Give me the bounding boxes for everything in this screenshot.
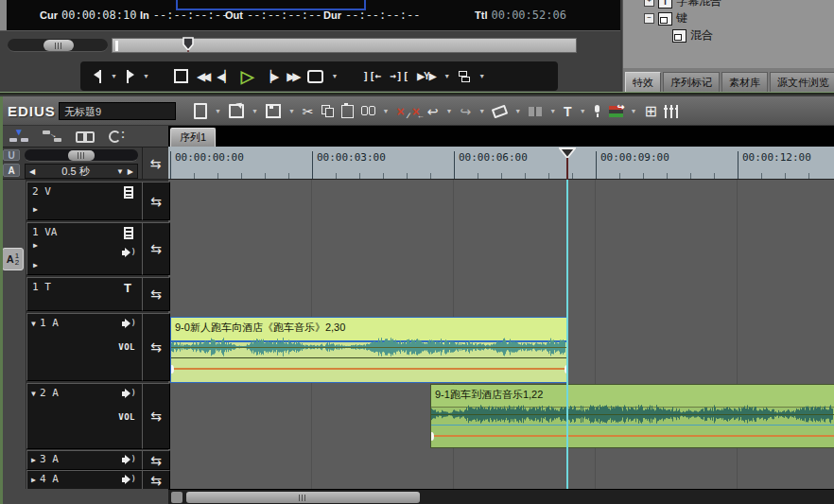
track-header-1t[interactable]: 1 T T bbox=[26, 277, 144, 311]
stop-button[interactable] bbox=[174, 69, 188, 83]
speaker-icon[interactable]: ) bbox=[122, 319, 136, 329]
audio-channel-badge[interactable]: A 12 bbox=[2, 248, 24, 270]
set-out-dropdown[interactable] bbox=[143, 73, 149, 79]
speaker-icon[interactable]: ) bbox=[122, 455, 136, 465]
playhead-line[interactable] bbox=[566, 180, 568, 489]
tab-source-browser[interactable]: 源文件浏览 bbox=[770, 72, 834, 92]
expand-track-icon[interactable]: ▶ bbox=[33, 241, 38, 250]
pan-rubber-band[interactable] bbox=[431, 425, 834, 426]
volume-rubber-band[interactable] bbox=[171, 368, 567, 370]
set-out-point-button[interactable] bbox=[126, 70, 134, 83]
add-cut-point-icon[interactable] bbox=[492, 104, 509, 118]
track-sync-1a[interactable] bbox=[142, 313, 170, 381]
volume-rubber-band[interactable] bbox=[431, 435, 834, 437]
tab-effects[interactable]: 特效 bbox=[625, 72, 661, 92]
lane-1va[interactable] bbox=[168, 220, 834, 276]
loop-play-button[interactable] bbox=[307, 70, 323, 83]
shuttle-thumb[interactable] bbox=[43, 40, 74, 51]
horizontal-scrollbar[interactable] bbox=[168, 489, 834, 504]
goto-out-button[interactable] bbox=[390, 71, 408, 81]
speaker-icon[interactable]: ) bbox=[122, 248, 136, 258]
open-project-dropdown[interactable] bbox=[252, 108, 258, 114]
create-title-icon[interactable] bbox=[564, 105, 572, 118]
voice-over-icon[interactable] bbox=[594, 105, 601, 117]
track-sync-3a[interactable] bbox=[142, 450, 170, 470]
collapse-track-icon[interactable]: ▼ bbox=[31, 320, 36, 328]
copy-icon[interactable] bbox=[321, 105, 334, 117]
add-transition-dropdown[interactable] bbox=[549, 108, 556, 114]
rewind-button[interactable] bbox=[197, 71, 208, 82]
sync-all-cell[interactable] bbox=[142, 148, 168, 179]
redo-icon[interactable] bbox=[460, 105, 472, 118]
goto-in-button[interactable] bbox=[363, 71, 382, 81]
create-title-dropdown[interactable] bbox=[580, 108, 586, 114]
track-sync-1t[interactable] bbox=[142, 277, 170, 311]
timescale-dropdown-icon[interactable]: ▼ bbox=[116, 167, 124, 176]
speaker-icon[interactable]: ) bbox=[122, 389, 136, 399]
play-around-cursor-button[interactable] bbox=[417, 72, 435, 81]
sequence-tab[interactable]: 序列1 bbox=[170, 128, 216, 147]
speaker-icon[interactable]: ) bbox=[122, 475, 136, 485]
new-project-dropdown[interactable] bbox=[215, 108, 221, 114]
audio-clip-2[interactable]: 9-1跑车到酒店音乐1,22 bbox=[430, 384, 834, 448]
timescale-prev-icon[interactable]: ◀ bbox=[26, 167, 35, 176]
track-header-1va[interactable]: 1 VA ▶ ) ▶ bbox=[26, 222, 144, 275]
expand-track-icon[interactable]: ▶ bbox=[31, 456, 36, 464]
open-project-icon[interactable] bbox=[229, 104, 244, 118]
expand-track-icon[interactable]: ▶ bbox=[33, 261, 38, 269]
play-button[interactable] bbox=[241, 68, 254, 85]
track-sync-2v[interactable] bbox=[142, 182, 170, 220]
track-header-3a[interactable]: ▶ 3 A ) bbox=[26, 450, 144, 470]
vol-button[interactable]: VOL bbox=[118, 412, 135, 422]
position-marker-icon[interactable] bbox=[182, 37, 195, 52]
lane-2v[interactable] bbox=[168, 180, 834, 221]
save-project-icon[interactable] bbox=[266, 104, 281, 118]
expand-track-icon[interactable]: ▶ bbox=[33, 205, 38, 214]
lane-4a[interactable] bbox=[168, 469, 834, 490]
track-header-2a[interactable]: ▼ 2 A ) VOL bbox=[26, 383, 144, 449]
add-cut-point-dropdown[interactable] bbox=[514, 108, 521, 114]
snap-mode-icon[interactable] bbox=[109, 130, 126, 143]
save-project-dropdown[interactable] bbox=[288, 108, 295, 114]
track-header-2v[interactable]: 2 V ▶ bbox=[26, 182, 144, 220]
expand-track-icon[interactable]: ▶ bbox=[31, 476, 36, 484]
audio-mixer-icon[interactable] bbox=[665, 105, 678, 118]
timescale-field[interactable]: ◀ 0.5 秒 ▼ ▶ bbox=[25, 164, 138, 179]
delete-in-out-icon[interactable]: ×← bbox=[412, 105, 420, 118]
track-sync-2a[interactable] bbox=[142, 383, 170, 449]
scrollbar-thumb[interactable] bbox=[186, 492, 420, 503]
set-in-point-button[interactable] bbox=[94, 70, 102, 83]
scrollbar-button[interactable] bbox=[171, 492, 182, 503]
vol-button[interactable]: VOL bbox=[118, 342, 135, 352]
track-sync-4a[interactable] bbox=[142, 470, 170, 490]
tree-item-mixer[interactable]: 混合 bbox=[672, 27, 713, 43]
timeline-ruler[interactable]: 00:00:00:00 00:00:03:00 00:00:06:00 00:0… bbox=[168, 147, 834, 180]
audio-clip-1[interactable]: 9-0新人跑车向酒店《跑车音乐》2,30 bbox=[170, 317, 568, 383]
player-mode-button[interactable] bbox=[459, 71, 470, 82]
fast-forward-button[interactable] bbox=[287, 71, 298, 82]
export-dropdown[interactable] bbox=[631, 108, 637, 114]
new-project-icon[interactable] bbox=[194, 103, 207, 119]
next-frame-button[interactable] bbox=[263, 71, 278, 82]
rubber-band-handle[interactable] bbox=[170, 365, 174, 374]
layout-grid-icon[interactable] bbox=[645, 104, 657, 119]
expand-minus-icon[interactable]: − bbox=[644, 13, 654, 24]
tree-item-keyer[interactable]: − 键 bbox=[644, 10, 687, 26]
group-link-mode-icon[interactable] bbox=[76, 130, 95, 142]
redo-dropdown[interactable] bbox=[478, 108, 485, 114]
undo-icon[interactable] bbox=[427, 105, 439, 118]
paste-icon[interactable] bbox=[341, 105, 354, 118]
play-around-dropdown[interactable] bbox=[443, 73, 450, 79]
track-header-4a[interactable]: ▶ 4 A ) bbox=[26, 470, 144, 490]
prev-frame-button[interactable] bbox=[217, 71, 232, 82]
player-mode-dropdown[interactable] bbox=[478, 73, 485, 79]
export-icon[interactable] bbox=[609, 106, 623, 117]
add-to-bin-dropdown[interactable] bbox=[383, 108, 390, 114]
tree-item-subtitle-mixer[interactable]: + T 字幕混合 bbox=[644, 0, 721, 9]
cut-icon[interactable] bbox=[303, 105, 314, 118]
lane-3a[interactable] bbox=[168, 449, 834, 470]
u-button[interactable]: U bbox=[3, 149, 20, 161]
loop-play-dropdown[interactable] bbox=[332, 73, 339, 79]
a-button[interactable]: A bbox=[3, 164, 20, 177]
ripple-delete-icon[interactable]: ×∕ bbox=[396, 105, 404, 118]
